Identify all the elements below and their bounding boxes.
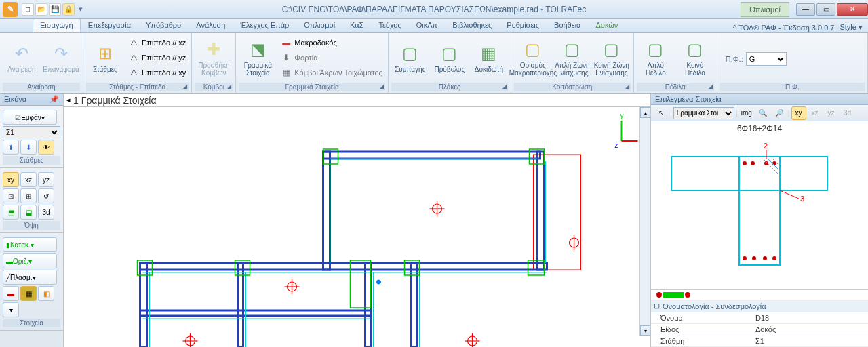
view-a-icon[interactable]: ⬒ <box>3 205 19 220</box>
pin-icon[interactable]: 📌 <box>50 95 59 104</box>
document-title: 1 Γραμμικά Στοιχεία <box>73 95 157 106</box>
img-button[interactable]: img <box>739 106 754 120</box>
launcher-icon[interactable]: ◢ <box>709 83 713 89</box>
version-label: ^ ΤΟΛ® ΡΑΦ - Έκδοση 3.0.0.7 <box>733 24 834 32</box>
launcher-icon[interactable]: ◢ <box>625 83 629 89</box>
tab-kas[interactable]: ΚαΣ <box>342 18 371 32</box>
wall-nodes-button[interactable]: ▦Κόμβοι Άκρων Τοιχώματος <box>278 65 385 79</box>
view-xy-button[interactable]: xy <box>3 172 19 187</box>
simple-footing-button[interactable]: ▢ Απλό Πέδιλο <box>637 35 675 80</box>
tab-rythmiseis[interactable]: Ρυθμίσεις <box>499 18 547 32</box>
zoom-prev-icon[interactable]: ↺ <box>38 188 54 203</box>
cursor-icon[interactable]: ↖ <box>654 106 669 120</box>
scroll-down-icon[interactable]: ▾ <box>640 325 650 336</box>
drawing-canvas[interactable]: y x z <box>64 107 650 347</box>
linear-elements-button[interactable]: ⬔ Γραμμικά Στοιχεία <box>239 35 277 80</box>
undo-button[interactable]: ↶ Αναίρεση <box>3 35 41 80</box>
doc-prev-icon[interactable]: ◂ <box>66 96 71 104</box>
zoom-extents-icon[interactable]: ⊞ <box>20 188 37 203</box>
qat-save-icon[interactable]: 💾 <box>49 3 61 16</box>
elem-a-icon[interactable]: ▬ <box>3 286 19 301</box>
down-arrow-icon[interactable]: ⬇ <box>20 140 37 155</box>
plasm-dropdown[interactable]: ╱ Πλασμ. ▾ <box>3 270 57 285</box>
elem-c-icon[interactable]: ◧ <box>38 286 54 301</box>
collapse-icon[interactable]: ⊟ <box>654 302 660 310</box>
view-yz-button[interactable]: yz <box>38 172 54 187</box>
tab-voitheia[interactable]: Βοήθεια <box>547 18 588 32</box>
cantilever-button[interactable]: ▢ Πρόβολος <box>431 35 469 80</box>
launcher-icon[interactable]: ◢ <box>183 83 187 89</box>
app-icon[interactable]: ✎ <box>3 2 18 17</box>
tab-ypovathro[interactable]: Υπόβαθρο <box>138 18 189 32</box>
tab-epexergasia[interactable]: Επεξεργασία <box>81 18 138 32</box>
plane-xy-button[interactable]: ⚠Επίπεδο // xy <box>125 65 189 79</box>
context-tab[interactable]: Οπλισμοί <box>741 2 789 17</box>
common-footing-button[interactable]: ▢ Κοινό Πέδιλο <box>676 35 714 80</box>
launcher-icon[interactable]: ◢ <box>227 83 231 89</box>
redo-icon: ↷ <box>50 43 72 64</box>
launcher-icon[interactable]: ◢ <box>502 83 507 89</box>
close-button[interactable]: ✕ <box>837 3 868 16</box>
view-3d-button[interactable]: 3d <box>38 205 54 220</box>
loads-button[interactable]: ⬇Φορτία <box>278 50 385 64</box>
up-arrow-icon[interactable]: ⬆ <box>3 140 19 155</box>
katak-dropdown[interactable]: ▮ Κατακ. ▾ <box>3 237 57 252</box>
tab-elegxos[interactable]: Έλεγχος Επάρ <box>233 18 296 32</box>
plane-xz-button[interactable]: ⚠Επίπεδο // xz <box>125 35 189 49</box>
zoom-out-icon[interactable]: 🔎 <box>772 106 787 120</box>
maximize-button[interactable]: ▭ <box>816 3 835 16</box>
group-levels: Στάθμες - Επίπεδα◢ <box>86 83 189 91</box>
sigma-select[interactable]: Σ1 <box>3 126 60 138</box>
view-b-icon[interactable]: ⬓ <box>20 205 37 220</box>
qat-open-icon[interactable]: 📂 <box>35 3 47 16</box>
plane-yz-button[interactable]: ⚠Επίπεδο // yz <box>125 50 189 64</box>
redo-button[interactable]: ↷ Επαναφορά <box>42 35 80 80</box>
view-xz-button[interactable]: xz <box>20 172 37 187</box>
qat-lock-icon[interactable]: 🔒 <box>62 3 75 16</box>
zoom-in-icon[interactable]: 🔍 <box>755 106 770 120</box>
load-icon: ⬇ <box>281 52 292 63</box>
minimize-button[interactable]: — <box>796 3 815 16</box>
solid-slab-button[interactable]: ▢ Συμπαγής <box>391 35 429 80</box>
common-zone-button[interactable]: ▢ Κοινή Ζώνη Ενίσχυσης <box>593 35 631 80</box>
stathmes-label: Στάθμες <box>3 156 60 165</box>
elem-b-icon[interactable]: ▦ <box>20 286 37 301</box>
hollow-slab-button[interactable]: ▦ Δοκιδωτή <box>470 35 508 80</box>
group-undo: Αναίρεση <box>3 83 80 91</box>
makrodokos-button[interactable]: ▬Μακροδοκός <box>278 35 385 49</box>
pf-select[interactable]: G <box>746 52 787 66</box>
simple-zone-button[interactable]: ▢ Απλή Ζώνη Ενίσχυσης <box>553 35 591 80</box>
tab-analysi[interactable]: Ανάλυση <box>189 18 233 32</box>
tab-eisagogi[interactable]: Εισαγωγή <box>33 18 81 32</box>
xz-button[interactable]: xz <box>808 106 823 120</box>
group-pf: Π.Φ. <box>720 83 865 91</box>
tab-tefxos[interactable]: Τεύχος <box>371 18 408 32</box>
xy-button[interactable]: xy <box>791 106 806 120</box>
tab-vivliothikes[interactable]: Βιβλιοθήκες <box>445 18 499 32</box>
tab-oplismoi[interactable]: Οπλισμοί <box>296 18 342 32</box>
tab-oikap[interactable]: ΟικΑπ <box>409 18 445 32</box>
3d-button[interactable]: 3d <box>840 106 855 120</box>
launcher-icon[interactable]: ◢ <box>380 83 384 89</box>
opsi-label: Όψη <box>3 221 60 230</box>
stathmes-button[interactable]: ⊞ Στάθμες <box>86 35 124 80</box>
prop-row: ΣτάθμηΣ1 <box>651 335 868 347</box>
scroll-up-icon[interactable]: ▴ <box>640 107 650 118</box>
emfan-dropdown[interactable]: ☑ Εμφάν ▾ <box>3 110 57 125</box>
zone2-icon: ▢ <box>601 39 623 60</box>
zoom-window-icon[interactable]: ⊡ <box>3 188 19 203</box>
yz-button[interactable]: yz <box>824 106 839 120</box>
element-type-select[interactable]: Γραμμικά Στοι <box>673 107 734 119</box>
oriz-dropdown[interactable]: ▬ Οριζ. ▾ <box>3 253 57 268</box>
elem-d-icon[interactable]: ▾ <box>3 302 19 317</box>
eye-icon[interactable]: 👁 <box>38 140 54 155</box>
style-dropdown[interactable]: Style ▾ <box>840 23 863 32</box>
svg-rect-5 <box>534 155 581 270</box>
define-macroregion-button[interactable]: ▢ Ορισμός Μακροπεριοχής <box>514 35 552 80</box>
qat-new-icon[interactable]: □ <box>22 3 34 16</box>
add-node-button[interactable]: ✚ Προσθήκη Κόμβων <box>195 35 233 80</box>
prop-category-naming[interactable]: ⊟Ονοματολογία - Συνδεσμολογία <box>651 300 868 312</box>
tab-dokon[interactable]: Δοκών <box>588 18 625 32</box>
vertical-scrollbar[interactable]: ▴ ▾ <box>639 107 650 336</box>
qat-dropdown-icon[interactable]: ▾ <box>79 5 83 14</box>
